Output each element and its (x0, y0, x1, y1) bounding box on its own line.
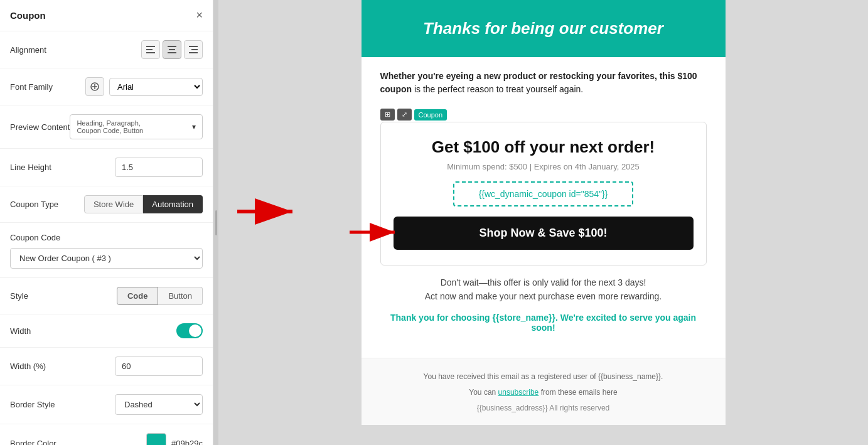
footer-line1: You have received this email as a regist… (380, 371, 707, 383)
coupon-code-label: Coupon Code (10, 233, 60, 242)
width-percent-input[interactable] (115, 357, 203, 376)
thank-you-text: Thank you for choosing {{store_name}}. W… (380, 313, 707, 333)
floating-red-arrow (237, 198, 300, 228)
preview-content-label: Preview Content (10, 122, 70, 132)
border-color-value: #09b29c (171, 439, 203, 446)
font-family-select[interactable]: Arial Helvetica Georgia Times New Roman (109, 78, 203, 96)
width-section: Width (0, 314, 213, 348)
line-height-section: Line Height (0, 149, 213, 186)
coupon-main-title: Get $100 off your next order! (394, 137, 694, 157)
coupon-code-section: Coupon Code New Order Coupon ( #3 ) Summ… (0, 223, 213, 278)
line-height-label: Line Height (10, 163, 51, 172)
red-arrow-to-button (350, 221, 400, 246)
code-style-button[interactable]: Code (117, 287, 159, 305)
border-color-controls: #09b29c (146, 433, 203, 445)
svg-rect-2 (146, 52, 155, 53)
style-label: Style (10, 291, 28, 301)
shop-now-button[interactable]: Shop Now & Save $100! (394, 217, 694, 250)
width-label: Width (10, 326, 31, 336)
close-button[interactable]: × (196, 9, 203, 22)
panel-title: Coupon (10, 10, 46, 21)
coupon-code-box: {{wc_dynamic_coupon id="854"}} (453, 181, 633, 206)
line-height-input[interactable] (115, 158, 203, 177)
automation-button[interactable]: Automation (143, 195, 203, 213)
width-toggle[interactable] (176, 323, 203, 338)
border-style-select[interactable]: None Solid Dashed Dotted Double (115, 394, 203, 415)
svg-rect-5 (168, 52, 176, 53)
email-body: Whether you're eyeing a new product or r… (362, 57, 726, 358)
border-style-section: Border Style None Solid Dashed Dotted Do… (0, 385, 213, 424)
style-section: Style Code Button (0, 278, 213, 314)
align-center-button[interactable] (163, 40, 181, 59)
coupon-type-label: Coupon Type (10, 200, 58, 209)
font-settings-button[interactable] (85, 77, 104, 96)
svg-rect-0 (146, 46, 155, 47)
store-wide-button[interactable]: Store Wide (84, 195, 143, 213)
align-left-button[interactable] (141, 40, 160, 59)
coupon-block: Get $100 off your next order! Minimum sp… (380, 122, 707, 265)
email-footer: You have received this email as a regist… (362, 358, 726, 425)
svg-rect-8 (189, 52, 198, 53)
border-color-section: Border Color #09b29c (0, 424, 213, 445)
coupon-code-select[interactable]: New Order Coupon ( #3 ) Summer Sale Welc… (10, 248, 203, 269)
toolbar-move-icon[interactable]: ⤢ (397, 109, 412, 121)
panel-header: Coupon × (0, 0, 213, 31)
footer-line2: You can unsubscribe from these emails he… (380, 387, 707, 399)
style-buttons: Code Button (117, 287, 203, 305)
font-family-section: Font Family Arial Helvetica Georgia Time… (0, 68, 213, 105)
panel-divider (213, 0, 218, 445)
alignment-section: Alignment (0, 31, 213, 68)
email-header: Thanks for being our customer (362, 0, 726, 57)
coupon-subtitle: Minimum spend: $500 | Expires on 4th Jan… (394, 162, 694, 171)
svg-rect-7 (191, 49, 198, 50)
email-preview: Thanks for being our customer Whether yo… (362, 0, 726, 425)
font-family-controls: Arial Helvetica Georgia Times New Roman (85, 77, 203, 96)
border-color-label: Border Color (10, 439, 56, 446)
alignment-buttons (141, 40, 203, 59)
svg-rect-3 (168, 46, 176, 47)
width-percent-label: Width (%) (10, 362, 46, 371)
align-right-button[interactable] (184, 40, 203, 59)
border-style-label: Border Style (10, 400, 55, 409)
font-family-label: Font Family (10, 82, 53, 92)
unsubscribe-link[interactable]: unsubscribe (498, 388, 539, 397)
coupon-toolbar: ⊞ ⤢ Coupon (380, 109, 707, 121)
coupon-type-buttons: Store Wide Automation (84, 195, 203, 213)
urgency-text: Don't wait—this offer is only valid for … (380, 276, 707, 304)
svg-rect-6 (189, 46, 198, 47)
svg-rect-4 (169, 49, 175, 50)
settings-panel: Coupon × Alignment Font Family (0, 0, 213, 445)
toolbar-coupon-label: Coupon (414, 109, 447, 121)
preview-area: Thanks for being our customer Whether yo… (218, 0, 868, 445)
svg-rect-1 (146, 49, 153, 50)
email-intro: Whether you're eyeing a new product or r… (380, 70, 707, 96)
alignment-label: Alignment (10, 45, 46, 55)
preview-content-button[interactable]: Heading, Paragraph, Coupon Code, Button … (70, 114, 203, 139)
footer-address: {{business_address}} All rights reserved (380, 404, 707, 412)
button-style-button[interactable]: Button (158, 287, 203, 305)
toolbar-grid-icon[interactable]: ⊞ (380, 109, 395, 121)
preview-content-section: Preview Content Heading, Paragraph, Coup… (0, 105, 213, 149)
width-percent-section: Width (%) (0, 348, 213, 385)
border-color-swatch[interactable] (146, 433, 166, 445)
shop-button-area: Shop Now & Save $100! (394, 217, 694, 250)
email-header-text: Thanks for being our customer (374, 19, 713, 38)
shop-btn-text: Shop Now & Save $100! (479, 227, 607, 239)
coupon-type-section: Coupon Type Store Wide Automation (0, 186, 213, 223)
preview-content-value: Heading, Paragraph, Coupon Code, Button (77, 119, 158, 134)
